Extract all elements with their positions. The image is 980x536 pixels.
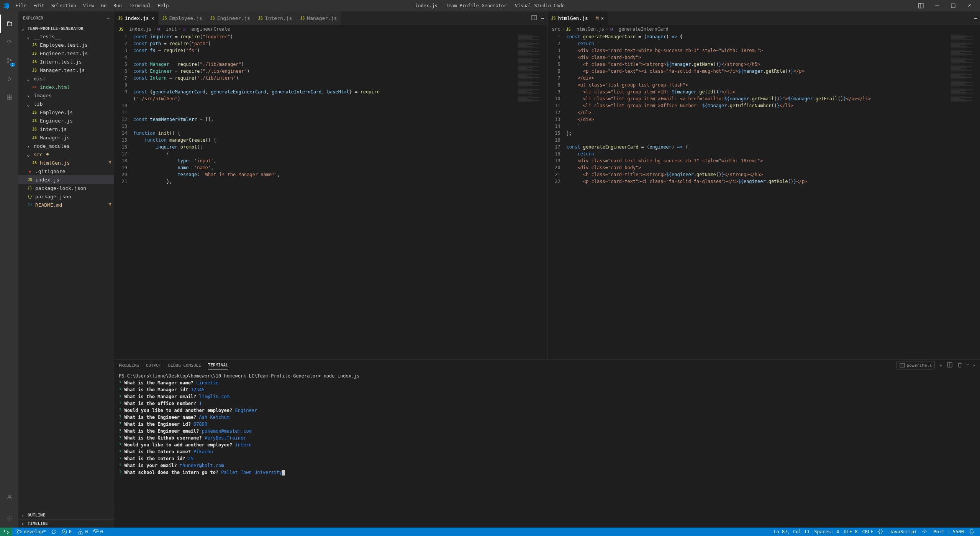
svg-point-6 xyxy=(8,40,11,43)
language-mode[interactable]: {} JavaScript xyxy=(875,529,919,535)
activity-settings[interactable] xyxy=(0,509,18,528)
file-gitignore[interactable]: ◆.gitignore xyxy=(18,167,114,175)
sidebar-outline[interactable]: OUTLINE xyxy=(18,511,114,519)
editor-left[interactable]: 123456789101112131415161718192021 const … xyxy=(114,33,547,359)
file-manager-test[interactable]: JSManager.test.js xyxy=(18,66,114,74)
sidebar-more-icon[interactable]: ⋯ xyxy=(107,16,110,21)
file-index-js[interactable]: JSindex.js xyxy=(18,175,114,184)
folder-lib[interactable]: lib xyxy=(18,100,114,108)
folder-node-modules[interactable]: node_modules xyxy=(18,142,114,150)
minimap-right[interactable] xyxy=(949,33,980,359)
panel-tab-debug[interactable]: DEBUG CONSOLE xyxy=(168,361,201,369)
maximize-panel-icon[interactable]: ^ xyxy=(967,363,969,368)
activity-explorer[interactable] xyxy=(0,15,18,33)
sidebar-title: EXPLORER xyxy=(23,16,43,21)
activity-debug[interactable] xyxy=(0,70,18,88)
terminal-shell-selector[interactable]: powershell xyxy=(896,361,935,369)
sidebar: EXPLORER ⋯ TEAM-PROFILE-GENERATOR __test… xyxy=(18,11,114,528)
split-editor-icon[interactable] xyxy=(531,15,537,22)
close-icon[interactable]: × xyxy=(601,15,604,21)
svg-point-33 xyxy=(924,531,925,533)
file-index-html[interactable]: <>index.html xyxy=(18,83,114,91)
remote-indicator[interactable] xyxy=(0,528,12,536)
notifications-icon[interactable] xyxy=(966,529,977,535)
activity-search[interactable] xyxy=(0,33,18,51)
file-employee-js[interactable]: JSEmployee.js xyxy=(18,108,114,116)
file-engineer-js[interactable]: JSEngineer.js xyxy=(18,116,114,125)
tab-employee-js[interactable]: JSEmployee.js xyxy=(159,11,206,25)
breadcrumb-left[interactable]: JS index.js›⊡ init›⊡ engineerCreate xyxy=(114,25,547,33)
svg-line-7 xyxy=(10,43,11,44)
errors-indicator[interactable]: 0 0 xyxy=(59,529,90,535)
indentation[interactable]: Spaces: 4 xyxy=(812,529,841,535)
menu-selection[interactable]: Selection xyxy=(48,2,79,10)
menu-view[interactable]: View xyxy=(80,2,97,10)
panel: PROBLEMS OUTPUT DEBUG CONSOLE TERMINAL p… xyxy=(114,359,980,528)
more-icon[interactable]: ⋯ xyxy=(541,15,544,21)
close-button[interactable] xyxy=(962,0,977,11)
panel-tab-problems[interactable]: PROBLEMS xyxy=(119,361,139,369)
tab-htmlgen-js[interactable]: JShtmlGen.js M× xyxy=(547,11,608,25)
file-intern-js[interactable]: JSintern.js xyxy=(18,125,114,133)
panel-tab-output[interactable]: OUTPUT xyxy=(146,361,161,369)
folder-dist[interactable]: dist xyxy=(18,74,114,83)
encoding[interactable]: UTF-8 xyxy=(841,529,860,535)
menu-edit[interactable]: Edit xyxy=(30,2,48,10)
svg-rect-0 xyxy=(919,3,923,8)
split-terminal-icon[interactable] xyxy=(947,362,953,369)
new-terminal-icon[interactable]: ＋ xyxy=(939,363,943,368)
close-icon[interactable]: × xyxy=(151,15,154,21)
eol[interactable]: CRLF xyxy=(860,529,875,535)
menu-file[interactable]: File xyxy=(12,2,29,10)
tab-engineer-js[interactable]: JSEngineer.js xyxy=(206,11,254,25)
live-server[interactable]: Port : 5500 xyxy=(919,529,966,535)
svg-rect-21 xyxy=(900,363,905,367)
file-intern-test[interactable]: JSIntern.test.js xyxy=(18,57,114,66)
file-readme[interactable]: ⓘREADME.mdM xyxy=(18,201,114,209)
svg-point-18 xyxy=(9,518,10,519)
activity-scm[interactable]: 2 xyxy=(0,51,18,70)
svg-rect-16 xyxy=(10,98,12,100)
close-panel-icon[interactable]: × xyxy=(973,363,975,368)
folder-images[interactable]: images xyxy=(18,91,114,100)
file-engineer-test[interactable]: JSEngineer.test.js xyxy=(18,49,114,57)
menu-help[interactable]: Help xyxy=(155,2,172,10)
tab-manager-js[interactable]: JSManager.js xyxy=(296,11,341,25)
port-forward[interactable]: 0 xyxy=(90,529,105,535)
sidebar-timeline[interactable]: TIMELINE xyxy=(18,519,114,528)
kill-terminal-icon[interactable] xyxy=(957,362,963,369)
tab-intern-js[interactable]: JSIntern.js xyxy=(254,11,297,25)
activity-bar: 2 xyxy=(0,11,18,528)
editor-right[interactable]: 12345678910111213141516171819202122 cons… xyxy=(547,33,980,359)
file-package-json[interactable]: {}package.json xyxy=(18,192,114,201)
file-htmlgen-js[interactable]: JShtmlGen.jsM xyxy=(18,159,114,167)
folder-tests[interactable]: __tests__ xyxy=(18,32,114,41)
maximize-button[interactable] xyxy=(946,0,961,11)
file-employee-test[interactable]: JSEmployee.test.js xyxy=(18,41,114,49)
minimap-left[interactable] xyxy=(516,33,547,359)
file-manager-js[interactable]: JSManager.js xyxy=(18,133,114,142)
branch-indicator[interactable]: develop* xyxy=(14,529,48,535)
activity-account[interactable] xyxy=(0,488,18,506)
status-bar: develop* 0 0 0 Ln 87, Col 11 Spaces: 4 U… xyxy=(0,528,980,536)
terminal-content[interactable]: PS C:\Users\linne\Desktop\homework\10-ho… xyxy=(114,371,980,528)
layout-toggle-icon[interactable] xyxy=(913,0,929,11)
title-bar: File Edit Selection View Go Run Terminal… xyxy=(0,0,980,11)
minimize-button[interactable] xyxy=(929,0,945,11)
more-icon[interactable]: ⋯ xyxy=(974,15,977,21)
tab-index-js[interactable]: JSindex.js× xyxy=(114,11,159,25)
sync-indicator[interactable] xyxy=(48,529,59,535)
panel-tab-terminal[interactable]: TERMINAL xyxy=(208,361,228,369)
svg-marker-11 xyxy=(8,77,11,81)
folder-src[interactable]: src xyxy=(18,150,114,159)
svg-rect-1 xyxy=(919,3,921,8)
svg-point-24 xyxy=(17,529,18,531)
menu-terminal[interactable]: Terminal xyxy=(126,2,154,10)
menu-run[interactable]: Run xyxy=(110,2,125,10)
project-root[interactable]: TEAM-PROFILE-GENERATOR xyxy=(18,25,114,32)
activity-extensions[interactable] xyxy=(0,88,18,106)
line-col[interactable]: Ln 87, Col 11 xyxy=(771,529,812,535)
file-package-lock[interactable]: {}package-lock.json xyxy=(18,184,114,192)
menu-go[interactable]: Go xyxy=(98,2,110,10)
breadcrumb-right[interactable]: src›JS htmlGen.js›⊡ generateInternCard xyxy=(547,25,980,33)
